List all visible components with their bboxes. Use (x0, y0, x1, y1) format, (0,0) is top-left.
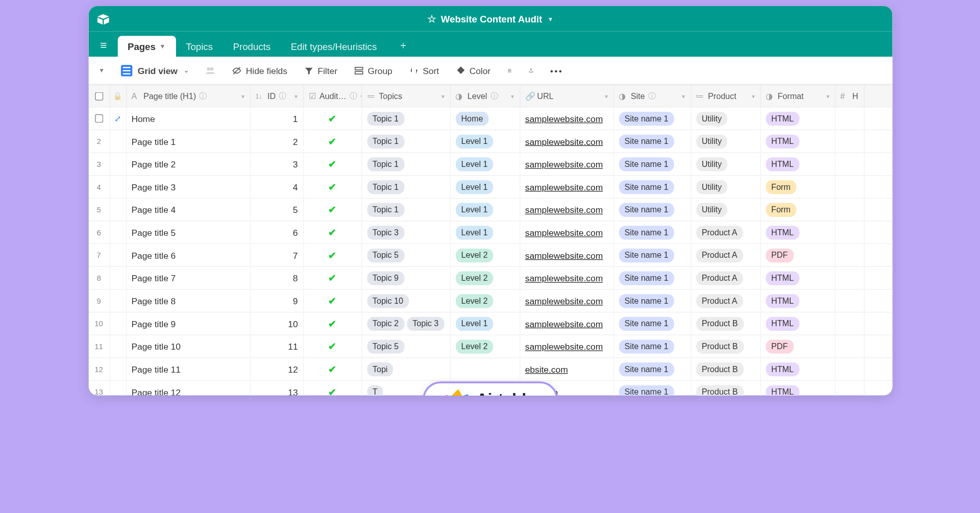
cell-product[interactable]: Product A (691, 289, 760, 311)
expand-record-icon[interactable]: ⤢ (110, 107, 126, 129)
col-page-title[interactable]: A Page title (H1) ⓘ ▾ (126, 85, 250, 106)
cell-url[interactable]: samplewebsite.com (520, 289, 614, 311)
cell-product[interactable]: Utility (691, 198, 760, 220)
cell-site[interactable]: Site name 1 (614, 107, 691, 129)
url-link[interactable]: samplewebsite.com (525, 296, 602, 306)
cell-topics[interactable]: Topic 1 (361, 198, 450, 220)
views-menu-caret[interactable]: ▼ (94, 64, 108, 77)
cell-id[interactable]: 1 (250, 107, 303, 129)
cell-id[interactable]: 4 (250, 176, 303, 198)
cell-audit[interactable]: ✔ (303, 312, 361, 334)
color-button[interactable]: Color (451, 62, 494, 78)
cell-url[interactable]: samplewebsite.com (520, 107, 614, 129)
cell-audit[interactable]: ✔ (303, 107, 361, 129)
url-link[interactable]: ebsite.com (525, 364, 568, 374)
cell-level[interactable]: Level 2 (450, 335, 520, 357)
cell-h[interactable] (835, 335, 864, 357)
cell-page-title[interactable]: Home (126, 107, 250, 129)
cell-format[interactable]: HTML (760, 289, 835, 311)
cell-audit[interactable]: ✔ (303, 176, 361, 198)
cell-format[interactable]: HTML (760, 312, 835, 334)
cell-topics[interactable]: Topic 1 (361, 176, 450, 198)
table-row[interactable]: 5Page title 45✔Topic 1Level 1samplewebsi… (88, 198, 892, 221)
cell-page-title[interactable]: Page title 10 (126, 335, 250, 357)
cell-audit[interactable]: ✔ (303, 266, 361, 288)
cell-site[interactable]: Site name 1 (614, 312, 691, 334)
cell-site[interactable]: Site name 1 (614, 244, 691, 266)
table-row[interactable]: 3Page title 23✔Topic 1Level 1samplewebsi… (88, 153, 892, 176)
cell-site[interactable]: Site name 1 (614, 221, 691, 243)
cell-page-title[interactable]: Page title 11 (126, 358, 250, 380)
url-link[interactable]: samplewebsite.com (525, 159, 602, 169)
hamburger-icon[interactable]: ≡ (92, 34, 115, 57)
cell-site[interactable]: Site name 1 (614, 289, 691, 311)
cell-site[interactable]: Site name 1 (614, 198, 691, 220)
table-row[interactable]: 2Page title 12✔Topic 1Level 1samplewebsi… (88, 130, 892, 153)
cell-product[interactable]: Product A (691, 244, 760, 266)
cell-product[interactable]: Product B (691, 335, 760, 357)
cell-id[interactable]: 7 (250, 244, 303, 266)
cell-format[interactable]: HTML (760, 107, 835, 129)
tab-edit-types-heuristics[interactable]: Edit types/Heuristics (280, 36, 386, 57)
cell-format[interactable]: HTML (760, 130, 835, 152)
view-switcher[interactable]: Grid view ⌄ (117, 62, 193, 78)
cell-page-title[interactable]: Page title 2 (126, 153, 250, 175)
table-row[interactable]: 8Page title 78✔Topic 9Level 2samplewebsi… (88, 266, 892, 289)
caret-down-icon[interactable]: ▾ (751, 92, 754, 100)
cell-id[interactable]: 9 (250, 289, 303, 311)
cell-site[interactable]: Site name 1 (614, 381, 691, 396)
cell-h[interactable] (835, 176, 864, 198)
cell-topics[interactable]: Topic 1 (361, 153, 450, 175)
col-site[interactable]: ◑ Site ⓘ ▾ (614, 85, 691, 106)
cell-format[interactable]: Form (760, 198, 835, 220)
more-button[interactable]: ••• (546, 62, 559, 78)
cell-level[interactable]: Level 1 (450, 153, 520, 175)
cell-audit[interactable]: ✔ (303, 153, 361, 175)
cell-h[interactable] (835, 266, 864, 288)
cell-topics[interactable]: Topic 10 (361, 289, 450, 311)
cell-product[interactable]: Product A (691, 266, 760, 288)
cell-topics[interactable]: Topi (361, 358, 450, 380)
cell-format[interactable]: HTML (760, 358, 835, 380)
cell-audit[interactable]: ✔ (303, 335, 361, 357)
table-row[interactable]: 4Page title 34✔Topic 1Level 1samplewebsi… (88, 176, 892, 199)
cell-product[interactable]: Product B (691, 381, 760, 396)
url-link[interactable]: samplewebsite.com (525, 204, 602, 214)
collaborators-icon[interactable] (201, 62, 219, 78)
cell-audit[interactable]: ✔ (303, 381, 361, 396)
cell-level[interactable]: Level 2 (450, 266, 520, 288)
table-row[interactable]: 7Page title 67✔Topic 5Level 2samplewebsi… (88, 244, 892, 267)
cell-site[interactable]: Site name 1 (614, 266, 691, 288)
caret-down-icon[interactable]: ▾ (442, 92, 445, 100)
cell-topics[interactable]: Topic 9 (361, 266, 450, 288)
cell-id[interactable]: 8 (250, 266, 303, 288)
cell-topics[interactable]: Topic 5 (361, 335, 450, 357)
caret-down-icon[interactable]: ▼ (547, 15, 553, 22)
cell-product[interactable]: Product B (691, 358, 760, 380)
col-id[interactable]: 1↓ ID ⓘ ▾ (250, 85, 303, 106)
cell-url[interactable]: samplewebsite.com (520, 312, 614, 334)
cell-level[interactable] (450, 358, 520, 380)
cell-url[interactable]: samplewebsite.com (520, 266, 614, 288)
cell-level[interactable]: Level 1 (450, 312, 520, 334)
cell-page-title[interactable]: Page title 1 (126, 130, 250, 152)
cell-h[interactable] (835, 153, 864, 175)
caret-down-icon[interactable]: ▾ (682, 92, 685, 100)
cell-topics[interactable]: Topic 3 (361, 221, 450, 243)
cell-h[interactable] (835, 358, 864, 380)
table-row[interactable]: 6Page title 56✔Topic 3Level 1samplewebsi… (88, 221, 892, 244)
cell-id[interactable]: 11 (250, 335, 303, 357)
cell-product[interactable]: Utility (691, 107, 760, 129)
cell-format[interactable]: HTML (760, 153, 835, 175)
caret-down-icon[interactable]: ▾ (511, 92, 514, 100)
cell-url[interactable]: samplewebsite.com (520, 176, 614, 198)
cell-level[interactable]: Home (450, 107, 520, 129)
cell-id[interactable]: 13 (250, 381, 303, 396)
filter-button[interactable]: Filter (300, 62, 341, 78)
cell-h[interactable] (835, 244, 864, 266)
cell-audit[interactable]: ✔ (303, 130, 361, 152)
cell-product[interactable]: Product B (691, 312, 760, 334)
add-table-button[interactable]: ＋ (394, 36, 412, 54)
tab-topics[interactable]: Topics (176, 36, 223, 57)
cell-id[interactable]: 3 (250, 153, 303, 175)
